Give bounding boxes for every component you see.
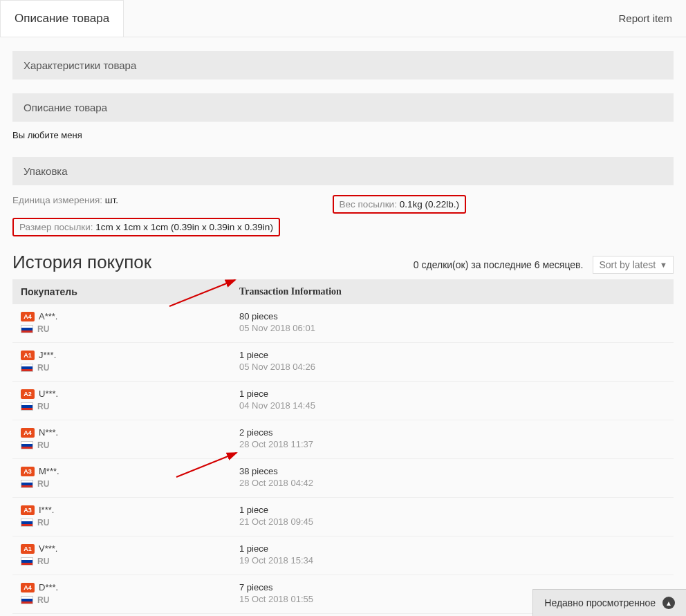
table-row: A3I***.RU1 piece21 Oct 2018 09:45 <box>12 498 674 536</box>
history-title: История покупок <box>12 252 151 273</box>
recently-viewed-label: Недавно просмотренное <box>544 597 656 608</box>
flag-icon <box>21 480 33 488</box>
country-code: RU <box>37 402 49 411</box>
transaction-date: 05 Nov 2018 04:26 <box>239 362 674 372</box>
country-code: RU <box>37 557 49 566</box>
buyer-name: U***. <box>39 389 58 399</box>
transaction-pieces: 80 pieces <box>239 311 674 321</box>
section-packaging: Упаковка <box>12 157 674 185</box>
col-buyer-header: Покупатель <box>12 286 234 297</box>
packaging-weight-value: 0.1kg (0.22lb.) <box>400 199 459 209</box>
transaction-list: A4A***.RU80 pieces05 Nov 2018 06:01A1J**… <box>12 304 674 614</box>
history-header: История покупок 0 сделки(ок) за последни… <box>12 252 674 274</box>
transaction-cell: 38 pieces28 Oct 2018 04:42 <box>234 466 674 489</box>
buyer-name: J***. <box>39 350 56 360</box>
chevron-up-icon: ▲ <box>662 597 675 609</box>
buyer-cell: A4A***.RU <box>12 311 234 334</box>
packaging-unit-value: шт. <box>105 195 118 205</box>
transaction-pieces: 1 piece <box>239 350 674 360</box>
buyer-level-badge: A3 <box>21 505 35 515</box>
sort-label: Sort by latest <box>599 259 656 270</box>
table-row: A3M***.RU38 pieces28 Oct 2018 04:42 <box>12 459 674 498</box>
transaction-cell: 2 pieces28 Oct 2018 11:37 <box>234 427 674 450</box>
table-row: A2U***.RU1 piece04 Nov 2018 14:45 <box>12 382 674 420</box>
buyer-name: A***. <box>39 311 57 321</box>
sort-dropdown[interactable]: Sort by latest ▼ <box>593 256 674 274</box>
flag-icon <box>21 557 33 566</box>
country-code: RU <box>37 324 49 334</box>
buyer-cell: A1J***.RU <box>12 350 234 373</box>
transaction-pieces: 38 pieces <box>239 466 674 476</box>
transaction-date: 04 Nov 2018 14:45 <box>239 400 674 411</box>
col-transaction-header: Transaction Information <box>234 286 674 297</box>
buyer-name: M***. <box>39 466 59 476</box>
transaction-cell: 1 piece04 Nov 2018 14:45 <box>234 389 674 411</box>
country-code: RU <box>37 440 49 450</box>
buyer-name: N***. <box>39 427 58 438</box>
transaction-pieces: 1 piece <box>239 389 674 399</box>
transaction-cell: 80 pieces05 Nov 2018 06:01 <box>234 311 674 334</box>
transaction-cell: 1 piece19 Oct 2018 15:34 <box>234 543 674 566</box>
flag-icon <box>21 441 33 449</box>
transaction-pieces: 1 piece <box>239 505 674 515</box>
buyer-name: D***. <box>39 582 58 592</box>
transaction-date: 21 Oct 2018 09:45 <box>239 516 674 527</box>
packaging-size-label: Размер посылки: <box>19 222 93 232</box>
description-body: Вы любите меня <box>12 122 674 143</box>
transaction-date: 19 Oct 2018 15:34 <box>239 555 674 566</box>
buyer-level-badge: A3 <box>21 467 35 476</box>
recently-viewed-bar[interactable]: Недавно просмотренное ▲ <box>532 589 686 616</box>
country-code: RU <box>37 479 49 489</box>
buyer-cell: A2U***.RU <box>12 389 234 411</box>
history-table-header: Покупатель Transaction Information <box>12 279 674 304</box>
section-description: Описание товара <box>12 93 674 122</box>
flag-icon <box>21 596 33 604</box>
section-specs: Характеристики товара <box>12 51 674 80</box>
packaging-details: Единица измерения: шт. Вес посылки: 0.1k… <box>12 185 674 216</box>
packaging-weight-highlight: Вес посылки: 0.1kg (0.22lb.) <box>333 195 466 214</box>
flag-icon <box>21 364 33 372</box>
packaging-weight-label: Вес посылки: <box>340 199 397 209</box>
country-code: RU <box>37 363 49 373</box>
tabs-row: Описание товара Report item <box>0 0 686 37</box>
packaging-unit: Единица измерения: шт. <box>12 195 118 214</box>
transaction-pieces: 2 pieces <box>239 427 674 438</box>
table-row: A4N***.RU2 pieces28 Oct 2018 11:37 <box>12 420 674 459</box>
transaction-date: 28 Oct 2018 11:37 <box>239 439 674 449</box>
transaction-cell: 1 piece21 Oct 2018 09:45 <box>234 505 674 528</box>
transaction-pieces: 1 piece <box>239 543 674 554</box>
buyer-level-badge: A4 <box>21 312 35 321</box>
table-row: A4A***.RU80 pieces05 Nov 2018 06:01 <box>12 304 674 343</box>
buyer-cell: A3M***.RU <box>12 466 234 489</box>
buyer-level-badge: A1 <box>21 351 35 360</box>
packaging-unit-label: Единица измерения: <box>12 195 102 205</box>
transaction-date: 05 Nov 2018 06:01 <box>239 323 674 333</box>
deals-count: 0 сделки(ок) за последние 6 месяцев. <box>414 259 584 270</box>
report-item-link[interactable]: Report item <box>604 1 686 35</box>
flag-icon <box>21 519 33 527</box>
tab-description[interactable]: Описание товара <box>0 0 124 37</box>
country-code: RU <box>37 595 49 605</box>
flag-icon <box>21 402 33 411</box>
buyer-cell: A3I***.RU <box>12 505 234 528</box>
buyer-cell: A1V***.RU <box>12 543 234 566</box>
buyer-name: I***. <box>39 505 54 515</box>
table-row: A1J***.RU1 piece05 Nov 2018 04:26 <box>12 343 674 382</box>
packaging-size-value: 1cm x 1cm x 1cm (0.39in x 0.39in x 0.39i… <box>95 222 273 232</box>
chevron-down-icon: ▼ <box>660 261 667 269</box>
table-row: A1V***.RU1 piece19 Oct 2018 15:34 <box>12 536 674 575</box>
transaction-date: 28 Oct 2018 04:42 <box>239 478 674 488</box>
country-code: RU <box>37 518 49 528</box>
buyer-level-badge: A2 <box>21 389 35 399</box>
buyer-level-badge: A4 <box>21 428 35 438</box>
packaging-size-highlight: Размер посылки: 1cm x 1cm x 1cm (0.39in … <box>12 218 280 236</box>
buyer-cell: A4D***.RU <box>12 582 234 605</box>
buyer-name: V***. <box>39 543 57 554</box>
transaction-cell: 1 piece05 Nov 2018 04:26 <box>234 350 674 373</box>
buyer-level-badge: A4 <box>21 583 35 592</box>
buyer-cell: A4N***.RU <box>12 427 234 450</box>
buyer-level-badge: A1 <box>21 544 35 554</box>
flag-icon <box>21 325 33 333</box>
